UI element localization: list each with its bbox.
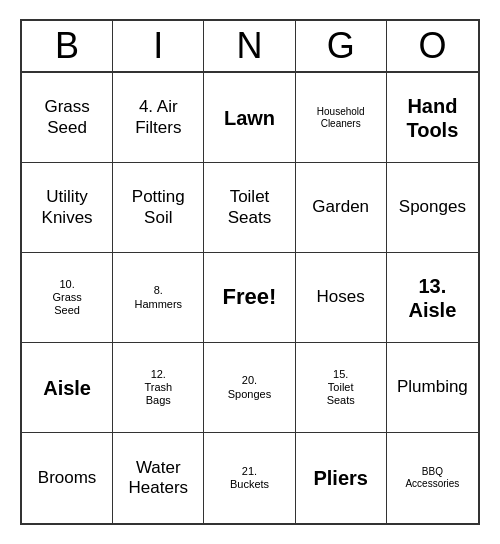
bingo-cell: 21.Buckets <box>204 433 295 523</box>
bingo-header: BINGO <box>22 21 478 73</box>
bingo-cell: 20.Sponges <box>204 343 295 433</box>
bingo-cell: Lawn <box>204 73 295 163</box>
bingo-cell: Plumbing <box>387 343 478 433</box>
header-letter: B <box>22 21 113 71</box>
bingo-cell: PottingSoil <box>113 163 204 253</box>
bingo-cell: Hoses <box>296 253 387 343</box>
bingo-cell: HouseholdCleaners <box>296 73 387 163</box>
bingo-cell: Free! <box>204 253 295 343</box>
bingo-cell: 8.Hammers <box>113 253 204 343</box>
bingo-card: BINGO GrassSeed4. AirFiltersLawnHousehol… <box>20 19 480 525</box>
bingo-cell: Pliers <box>296 433 387 523</box>
bingo-cell: 4. AirFilters <box>113 73 204 163</box>
bingo-cell: 12.TrashBags <box>113 343 204 433</box>
bingo-cell: HandTools <box>387 73 478 163</box>
bingo-cell: UtilityKnives <box>22 163 113 253</box>
bingo-cell: GrassSeed <box>22 73 113 163</box>
bingo-grid: GrassSeed4. AirFiltersLawnHouseholdClean… <box>22 73 478 523</box>
bingo-cell: WaterHeaters <box>113 433 204 523</box>
bingo-cell: Garden <box>296 163 387 253</box>
header-letter: I <box>113 21 204 71</box>
bingo-cell: BBQAccessories <box>387 433 478 523</box>
bingo-cell: ToiletSeats <box>204 163 295 253</box>
bingo-cell: Brooms <box>22 433 113 523</box>
bingo-cell: 15.ToiletSeats <box>296 343 387 433</box>
header-letter: N <box>204 21 295 71</box>
bingo-cell: 13.Aisle <box>387 253 478 343</box>
bingo-cell: Aisle <box>22 343 113 433</box>
bingo-cell: 10.GrassSeed <box>22 253 113 343</box>
header-letter: O <box>387 21 478 71</box>
bingo-cell: Sponges <box>387 163 478 253</box>
header-letter: G <box>296 21 387 71</box>
